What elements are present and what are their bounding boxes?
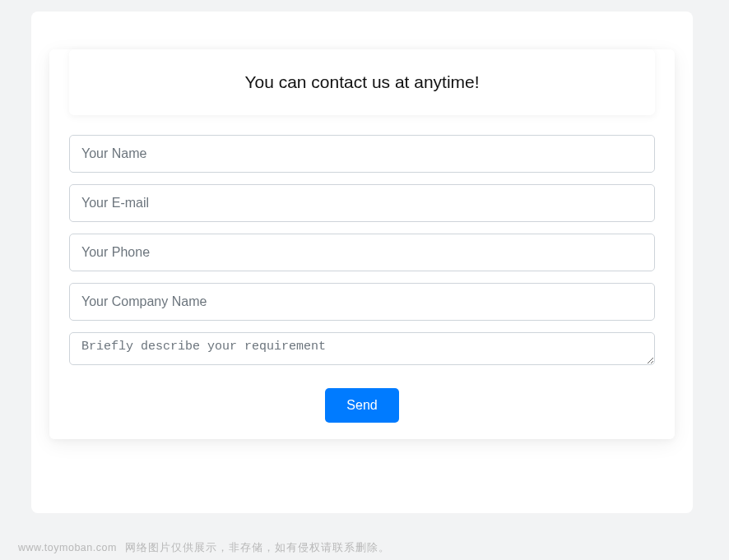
form-row-phone: [69, 234, 655, 271]
name-input[interactable]: [69, 135, 655, 173]
title-bar: You can contact us at anytime!: [69, 49, 655, 115]
email-input[interactable]: [69, 184, 655, 222]
contact-card: You can contact us at anytime! Send: [49, 49, 675, 439]
card-title: You can contact us at anytime!: [77, 72, 647, 92]
form-row-message: [69, 332, 655, 368]
company-input[interactable]: [69, 283, 655, 321]
phone-input[interactable]: [69, 234, 655, 271]
footer-note: www.toymoban.com 网络图片仅供展示，非存储，如有侵权请联系删除。: [18, 541, 390, 555]
form-row-email: [69, 184, 655, 222]
form-row-name: [69, 135, 655, 173]
footer-notice: 网络图片仅供展示，非存储，如有侵权请联系删除。: [125, 542, 390, 553]
form-row-company: [69, 283, 655, 321]
footer-domain: www.toymoban.com: [18, 542, 117, 553]
submit-row: Send: [69, 380, 655, 423]
message-textarea[interactable]: [69, 332, 655, 365]
outer-container: You can contact us at anytime! Send: [31, 12, 693, 513]
send-button[interactable]: Send: [325, 388, 398, 423]
